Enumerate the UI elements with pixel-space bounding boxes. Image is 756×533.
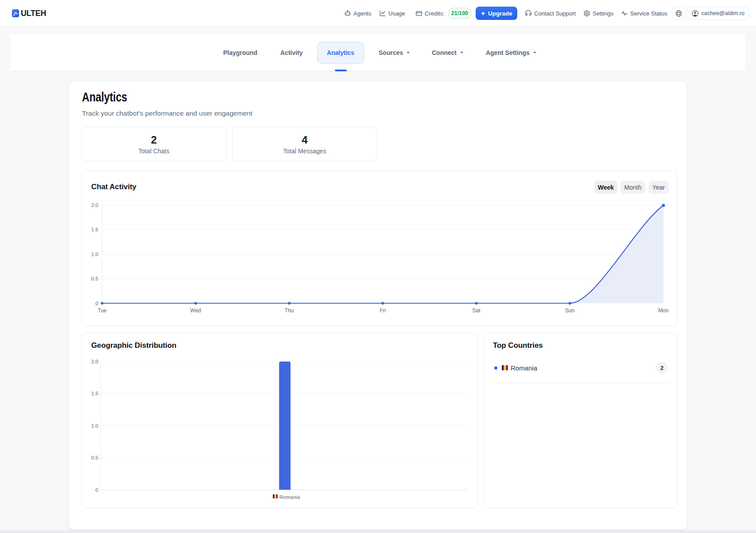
svg-text:1.0: 1.0: [91, 252, 98, 257]
svg-text:Thu: Thu: [285, 307, 294, 314]
svg-text:Wed: Wed: [190, 307, 201, 314]
svg-text:0.5: 0.5: [91, 276, 98, 281]
svg-text:2.0: 2.0: [91, 202, 98, 208]
svg-text:Fri: Fri: [380, 307, 386, 314]
svg-text:Tue: Tue: [97, 307, 107, 314]
svg-text:1.0: 1.0: [91, 423, 98, 428]
svg-text:1.5: 1.5: [91, 227, 98, 232]
svg-text:0: 0: [96, 487, 98, 493]
svg-text:1.5: 1.5: [91, 391, 98, 396]
svg-text:0.5: 0.5: [91, 455, 98, 460]
svg-text:Mon: Mon: [658, 307, 668, 314]
svg-text:Romania: Romania: [279, 494, 300, 500]
svg-text:0: 0: [96, 301, 98, 306]
svg-text:Sun: Sun: [565, 307, 574, 314]
svg-text:Sat: Sat: [472, 307, 481, 314]
svg-text:2.0: 2.0: [91, 359, 98, 364]
